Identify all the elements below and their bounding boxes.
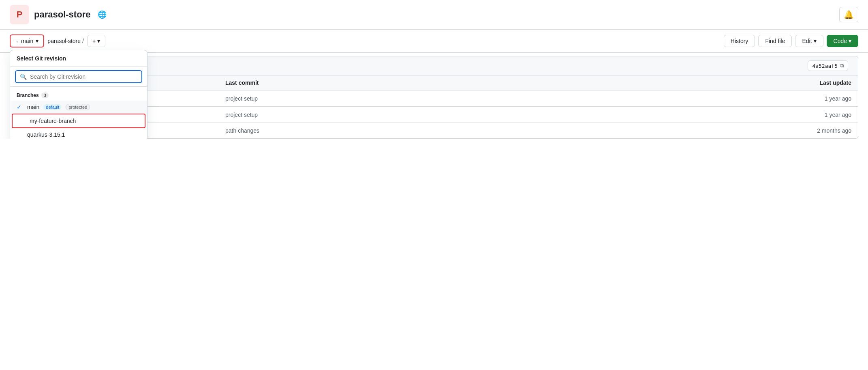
- search-input-wrapper: 🔍: [15, 70, 142, 83]
- col-update-header: Last update: [643, 80, 851, 86]
- branch-dropdown-wrapper: ⑂ main ▾ Select Git revision 🔍 Branches …: [10, 34, 44, 47]
- project-avatar: P: [10, 5, 29, 24]
- toolbar-right: History Find file Edit ▾ Code ▾: [724, 35, 858, 47]
- no-check-spacer: [19, 118, 26, 124]
- search-icon: 🔍: [20, 73, 27, 80]
- commit-message: project setup: [225, 95, 643, 102]
- add-chevron-icon: ▾: [97, 38, 100, 44]
- check-icon: ✓: [17, 104, 23, 110]
- history-button[interactable]: History: [724, 35, 755, 47]
- branches-section: Branches 3 ✓ main default protected my-f…: [10, 87, 147, 139]
- commit-message: path changes: [225, 127, 643, 134]
- globe-icon: 🌐: [98, 10, 107, 19]
- branch-item-quarkus[interactable]: quarkus-3.15.1: [10, 128, 147, 139]
- protected-tag: protected: [66, 104, 90, 110]
- branch-icon: ⑂: [15, 38, 19, 44]
- header-right: 🔔: [839, 7, 858, 22]
- code-button[interactable]: Code ▾: [827, 35, 858, 47]
- code-chevron-icon: ▾: [849, 38, 851, 44]
- breadcrumb-repo[interactable]: parasol-store: [47, 38, 81, 44]
- last-update: 2 months ago: [643, 127, 851, 134]
- branch-item-label: main: [27, 104, 39, 110]
- last-update: 1 year ago: [643, 95, 851, 102]
- branch-dropdown-menu: Select Git revision 🔍 Branches 3 ✓ main …: [10, 50, 148, 139]
- find-file-button[interactable]: Find file: [758, 35, 792, 47]
- commit-message: project setup: [225, 112, 643, 118]
- toolbar: ⑂ main ▾ Select Git revision 🔍 Branches …: [0, 30, 868, 53]
- branch-name-label: main: [21, 38, 33, 44]
- branches-section-label: Branches 3: [10, 90, 147, 101]
- git-revision-search-input[interactable]: [30, 73, 137, 80]
- col-commit-header: Last commit: [225, 80, 643, 86]
- page-header: P parasol-store 🌐 🔔: [0, 0, 868, 30]
- breadcrumb: parasol-store /: [47, 38, 84, 44]
- project-name: parasol-store: [34, 9, 90, 20]
- branch-item-main[interactable]: ✓ main default protected: [10, 101, 147, 114]
- branch-selector-button[interactable]: ⑂ main ▾: [10, 34, 44, 47]
- add-file-button[interactable]: + ▾: [87, 35, 105, 47]
- edit-label: Edit: [802, 38, 812, 44]
- dropdown-header-label: Select Git revision: [10, 50, 147, 67]
- dropdown-search-area: 🔍: [10, 67, 147, 87]
- branch-item-label: my-feature-branch: [30, 118, 76, 124]
- add-icon: +: [92, 38, 96, 44]
- no-check-spacer: [17, 131, 23, 138]
- branch-item-label: quarkus-3.15.1: [27, 131, 65, 138]
- copy-hash-icon[interactable]: ⧉: [840, 62, 844, 69]
- breadcrumb-separator: /: [82, 38, 84, 44]
- commit-hash-box: 4a52aaf5 ⧉: [808, 60, 848, 71]
- commit-hash-value: 4a52aaf5: [812, 63, 838, 69]
- notification-bell-icon[interactable]: 🔔: [839, 7, 858, 22]
- branch-chevron-icon: ▾: [36, 38, 38, 44]
- edit-chevron-icon: ▾: [814, 38, 817, 44]
- branch-item-my-feature-branch[interactable]: my-feature-branch: [12, 114, 145, 128]
- edit-button[interactable]: Edit ▾: [795, 35, 823, 47]
- header-left: P parasol-store 🌐: [10, 5, 107, 24]
- code-label: Code: [834, 38, 847, 44]
- last-update: 1 year ago: [643, 112, 851, 118]
- branches-count-badge: 3: [41, 92, 49, 98]
- default-tag: default: [43, 104, 62, 110]
